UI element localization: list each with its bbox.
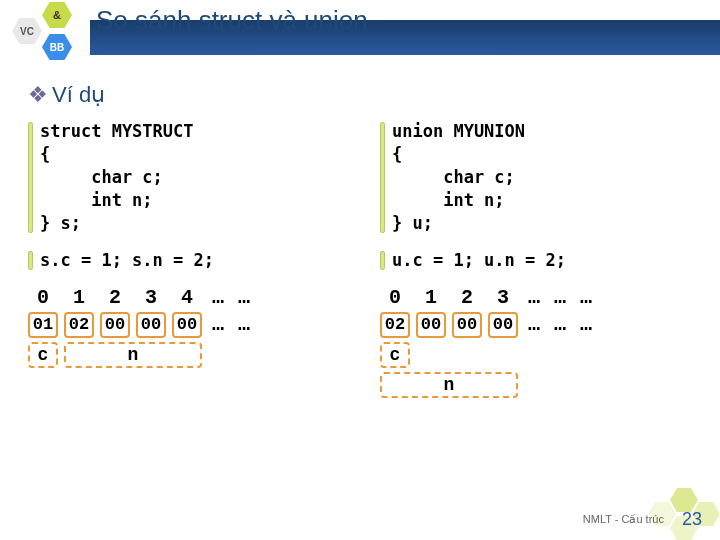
hex-bb-text: BB	[50, 42, 64, 53]
struct-cell-row: 01 02 00 00 00 … …	[28, 312, 340, 338]
struct-n-label: n	[64, 342, 202, 368]
mem-index: 1	[64, 286, 94, 309]
mem-dots: …	[576, 286, 596, 309]
union-c-label: c	[380, 342, 410, 368]
slide-title: So sánh struct và union	[96, 5, 368, 36]
mem-cell: 00	[100, 312, 130, 338]
mem-index: 2	[100, 286, 130, 309]
union-assign-text: u.c = 1; u.n = 2;	[392, 249, 692, 272]
hex-logo: & VC BB	[0, 0, 90, 62]
title-bar: So sánh struct và union	[90, 7, 720, 55]
mem-index: 4	[172, 286, 202, 309]
hex-vc-text: VC	[20, 26, 34, 37]
section-heading: ❖Ví dụ	[28, 82, 720, 108]
struct-index-row: 0 1 2 3 4 … …	[28, 286, 340, 309]
mem-index: 2	[452, 286, 482, 309]
bullet-icon: ❖	[28, 82, 48, 107]
hex-bb: BB	[42, 34, 72, 60]
code-bar	[380, 251, 385, 270]
union-label-row-c: c	[380, 342, 692, 368]
hex-vc: VC	[12, 18, 42, 44]
mem-dots: …	[550, 286, 570, 309]
section-text: Ví dụ	[52, 82, 105, 107]
union-decl-text: union MYUNION { char c; int n; } u;	[392, 120, 692, 235]
struct-column: struct MYSTRUCT { char c; int n; } s; s.…	[28, 120, 340, 398]
mem-cell: 00	[452, 312, 482, 338]
code-bar	[28, 122, 33, 233]
mem-dots: …	[576, 313, 596, 336]
mem-index: 3	[488, 286, 518, 309]
mem-index: 1	[416, 286, 446, 309]
page-number: 23	[682, 509, 702, 530]
union-column: union MYUNION { char c; int n; } u; u.c …	[380, 120, 692, 398]
struct-code-assign: s.c = 1; s.n = 2;	[28, 249, 340, 272]
struct-label-row: c n	[28, 342, 340, 368]
mem-cell: 00	[172, 312, 202, 338]
slide-footer: NMLT - Cấu trúc 23	[583, 509, 702, 530]
footer-text: NMLT - Cấu trúc	[583, 513, 664, 526]
union-index-row: 0 1 2 3 … … …	[380, 286, 692, 309]
struct-code-decl: struct MYSTRUCT { char c; int n; } s;	[28, 120, 340, 235]
code-bar	[28, 251, 33, 270]
mem-dots: …	[550, 313, 570, 336]
mem-dots: …	[234, 286, 254, 309]
struct-assign-text: s.c = 1; s.n = 2;	[40, 249, 340, 272]
mem-cell: 00	[488, 312, 518, 338]
code-bar	[380, 122, 385, 233]
union-code-decl: union MYUNION { char c; int n; } u;	[380, 120, 692, 235]
mem-dots: …	[234, 313, 254, 336]
mem-dots: …	[524, 286, 544, 309]
struct-c-label: c	[28, 342, 58, 368]
mem-dots: …	[524, 313, 544, 336]
struct-decl-text: struct MYSTRUCT { char c; int n; } s;	[40, 120, 340, 235]
mem-dots: …	[208, 286, 228, 309]
mem-index: 0	[28, 286, 58, 309]
mem-cell: 02	[380, 312, 410, 338]
union-code-assign: u.c = 1; u.n = 2;	[380, 249, 692, 272]
slide-header: & VC BB So sánh struct và union	[0, 0, 720, 62]
union-label-row-n: n	[380, 372, 692, 398]
hex-amp-text: &	[53, 9, 61, 21]
union-n-label: n	[380, 372, 518, 398]
mem-dots: …	[208, 313, 228, 336]
mem-cell: 00	[416, 312, 446, 338]
mem-index: 0	[380, 286, 410, 309]
mem-index: 3	[136, 286, 166, 309]
mem-cell: 00	[136, 312, 166, 338]
mem-cell: 02	[64, 312, 94, 338]
mem-cell: 01	[28, 312, 58, 338]
union-cell-row: 02 00 00 00 … … …	[380, 312, 692, 338]
content-columns: struct MYSTRUCT { char c; int n; } s; s.…	[0, 120, 720, 398]
hex-amp: &	[42, 2, 72, 28]
